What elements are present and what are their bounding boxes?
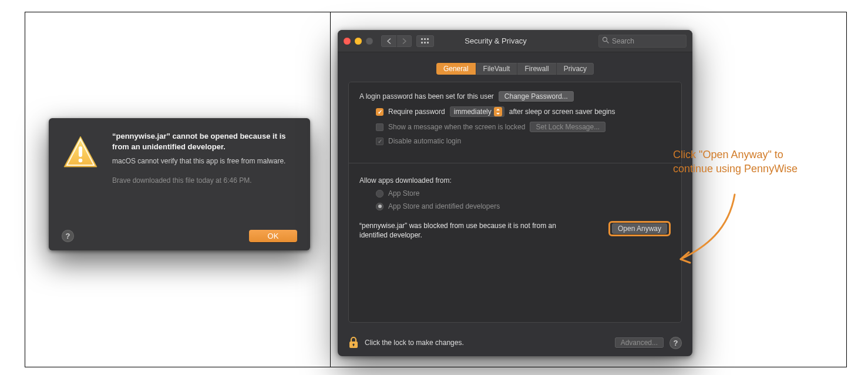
after-sleep-label: after sleep or screen saver begins <box>509 108 615 116</box>
svg-rect-0 <box>79 146 82 157</box>
require-password-checkbox[interactable] <box>376 108 383 116</box>
minimize-window-button[interactable] <box>355 38 362 45</box>
search-input[interactable]: Search <box>598 35 687 48</box>
allow-apps-from-label: Allow apps downloaded from: <box>359 176 671 185</box>
general-pane: A login password has been set for this u… <box>348 82 682 323</box>
alert-title: “pennywise.jar” cannot be opened because… <box>112 131 297 152</box>
window-footer: Click the lock to make changes. Advanced… <box>338 330 692 356</box>
show-message-label: Show a message when the screen is locked <box>388 123 525 131</box>
zoom-window-button <box>366 38 373 45</box>
advanced-button[interactable]: Advanced... <box>615 337 664 348</box>
search-placeholder: Search <box>612 37 634 45</box>
open-anyway-button[interactable]: Open Anyway <box>612 223 667 234</box>
lock-icon[interactable] <box>348 336 359 349</box>
back-button[interactable] <box>381 35 396 47</box>
radio-app-store-label: App Store <box>388 189 419 197</box>
annotation-text: Click "Open Anyway" to continue using Pe… <box>673 148 823 176</box>
tab-general[interactable]: General <box>436 63 476 75</box>
ok-button[interactable]: OK <box>249 230 297 242</box>
gatekeeper-alert-dialog: “pennywise.jar” cannot be opened because… <box>49 118 310 250</box>
svg-point-1 <box>79 159 83 163</box>
radio-identified-developers-label: App Store and identified developers <box>388 202 500 210</box>
security-privacy-window: Security & Privacy Search General FileVa… <box>338 30 692 356</box>
footer-help-button[interactable]: ? <box>669 337 682 349</box>
disable-auto-login-checkbox <box>376 138 383 145</box>
stepper-icon <box>494 107 502 116</box>
tab-privacy[interactable]: Privacy <box>556 63 594 75</box>
lock-text: Click the lock to make changes. <box>365 339 464 347</box>
set-lock-message-button: Set Lock Message... <box>530 122 605 132</box>
warning-icon <box>62 133 99 171</box>
close-window-button[interactable] <box>344 38 351 45</box>
open-anyway-highlight: Open Anyway <box>608 221 671 236</box>
show-message-checkbox <box>376 123 383 131</box>
blocked-app-message: “pennywise.jar” was blocked from use bec… <box>359 221 571 240</box>
radio-app-store <box>376 190 383 197</box>
tab-filevault[interactable]: FileVault <box>476 63 517 75</box>
alert-subtitle: macOS cannot verify that this app is fre… <box>112 156 297 166</box>
right-cell: Security & Privacy Search General FileVa… <box>331 12 846 367</box>
svg-line-9 <box>607 41 608 43</box>
radio-identified-developers <box>376 203 383 210</box>
change-password-button[interactable]: Change Password... <box>499 91 574 102</box>
alert-download-meta: Brave downloaded this file today at 6:46… <box>112 176 297 185</box>
titlebar: Security & Privacy Search <box>338 30 692 52</box>
svg-rect-12 <box>353 344 354 346</box>
tab-firewall[interactable]: Firewall <box>517 63 556 75</box>
require-password-delay-value: immediately <box>454 108 492 116</box>
traffic-lights <box>344 38 373 45</box>
help-button[interactable]: ? <box>62 230 74 242</box>
tab-bar: General FileVault Firewall Privacy <box>338 63 692 75</box>
require-password-label: Require password <box>388 108 445 116</box>
comparison-frame: “pennywise.jar” cannot be opened because… <box>25 12 847 367</box>
window-title: Security & Privacy <box>398 36 594 45</box>
svg-point-8 <box>603 38 607 42</box>
disable-auto-login-label: Disable automatic login <box>388 137 461 145</box>
search-icon <box>602 36 609 45</box>
require-password-delay-select[interactable]: immediately <box>450 106 504 117</box>
pane-divider <box>349 163 681 163</box>
left-cell: “pennywise.jar” cannot be opened because… <box>25 12 331 367</box>
login-password-text: A login password has been set for this u… <box>359 92 494 101</box>
